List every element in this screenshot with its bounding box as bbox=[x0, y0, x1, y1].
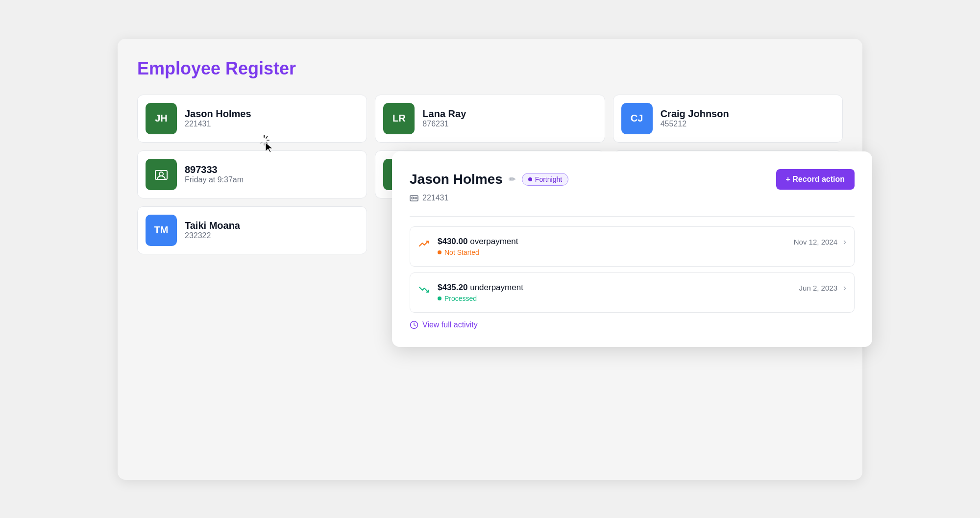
trend-down-icon bbox=[418, 284, 430, 298]
status-text-2: Processed bbox=[444, 295, 477, 302]
main-container: Employee Register JH Jason Holmes 221431… bbox=[118, 39, 862, 480]
view-full-activity-link[interactable]: View full activity bbox=[410, 321, 855, 329]
detail-panel: Jason Holmes ✏ Fortnight + Record action… bbox=[392, 151, 872, 347]
employee-name-jh: Jason Holmes bbox=[185, 108, 359, 120]
status-text-1: Not Started bbox=[444, 248, 479, 256]
divider-1 bbox=[410, 216, 855, 217]
activity-status-1: Not Started bbox=[438, 248, 518, 256]
page-title: Employee Register bbox=[137, 58, 843, 79]
badge-dot bbox=[528, 177, 532, 181]
status-dot-green bbox=[438, 296, 441, 300]
activity-item-overpayment[interactable]: $430.00 overpayment Not Started Nov 12, … bbox=[410, 226, 855, 267]
employee-card-jason-holmes[interactable]: JH Jason Holmes 221431 bbox=[137, 95, 367, 143]
activity-amount-1: $430.00 overpayment bbox=[438, 237, 518, 247]
fortnight-badge: Fortnight bbox=[522, 173, 568, 186]
chevron-right-icon-2: › bbox=[843, 283, 846, 293]
employee-grid-row1: JH Jason Holmes 221431 LR Lana Ray 87623… bbox=[137, 95, 843, 143]
employee-id-icon bbox=[410, 194, 418, 203]
view-activity-label: View full activity bbox=[422, 321, 478, 329]
edit-icon[interactable]: ✏ bbox=[509, 174, 516, 185]
activity-status-2: Processed bbox=[438, 295, 523, 302]
employee-info-897333: 897333 Friday at 9:37am bbox=[185, 164, 359, 184]
activity-date-1: Nov 12, 2024 bbox=[794, 238, 837, 246]
activity-right-1: Nov 12, 2024 › bbox=[794, 237, 846, 247]
record-action-button[interactable]: + Record action bbox=[776, 169, 855, 190]
activity-left-2: $435.20 underpayment Processed bbox=[418, 283, 523, 302]
employee-info-lr: Lana Ray 876231 bbox=[422, 108, 596, 128]
activity-item-underpayment[interactable]: $435.20 underpayment Processed Jun 2, 20… bbox=[410, 272, 855, 313]
badge-label: Fortnight bbox=[535, 175, 562, 183]
chevron-right-icon-1: › bbox=[843, 237, 846, 247]
activity-amount-2: $435.20 underpayment bbox=[438, 283, 523, 293]
activity-date-2: Jun 2, 2023 bbox=[799, 284, 837, 292]
activity-details-1: $430.00 overpayment Not Started bbox=[438, 237, 518, 256]
employee-name-lr: Lana Ray bbox=[422, 108, 596, 120]
activity-left-1: $430.00 overpayment Not Started bbox=[418, 237, 518, 256]
avatar-cj: CJ bbox=[621, 103, 653, 134]
detail-id-row: 221431 bbox=[410, 194, 855, 203]
svg-point-9 bbox=[412, 197, 414, 199]
svg-point-1 bbox=[159, 172, 163, 176]
employee-id-897333: 897333 bbox=[185, 164, 359, 175]
detail-header: Jason Holmes ✏ Fortnight + Record action bbox=[410, 169, 855, 190]
employee-info-tm: Taiki Moana 232322 bbox=[185, 220, 359, 240]
employee-sublabel-897333: Friday at 9:37am bbox=[185, 175, 359, 184]
employee-id-cj: 455212 bbox=[661, 120, 834, 128]
activity-right-2: Jun 2, 2023 › bbox=[799, 283, 846, 293]
employee-info-jh: Jason Holmes 221431 bbox=[185, 108, 359, 128]
employee-id-tm: 232322 bbox=[185, 231, 359, 240]
avatar-lr: LR bbox=[383, 103, 415, 134]
employee-id-jh: 221431 bbox=[185, 120, 359, 128]
avatar-contacts-icon bbox=[146, 159, 177, 190]
employee-name-cj: Craig Johnson bbox=[661, 108, 834, 120]
detail-name-row: Jason Holmes ✏ Fortnight bbox=[410, 172, 568, 187]
employee-info-cj: Craig Johnson 455212 bbox=[661, 108, 834, 128]
detail-employee-name: Jason Holmes bbox=[410, 172, 503, 187]
status-dot-orange bbox=[438, 250, 441, 254]
employee-card-lana-ray[interactable]: LR Lana Ray 876231 bbox=[375, 95, 605, 143]
clock-icon bbox=[410, 321, 418, 329]
employee-card-craig-johnson[interactable]: CJ Craig Johnson 455212 bbox=[613, 95, 843, 143]
activity-details-2: $435.20 underpayment Processed bbox=[438, 283, 523, 302]
employee-card-taiki-moana[interactable]: TM Taiki Moana 232322 bbox=[137, 206, 367, 254]
avatar-tm: TM bbox=[146, 215, 177, 246]
detail-employee-id: 221431 bbox=[422, 194, 448, 202]
employee-id-lr: 876231 bbox=[422, 120, 596, 128]
employee-card-897333[interactable]: 897333 Friday at 9:37am bbox=[137, 150, 367, 198]
trend-up-icon bbox=[418, 238, 430, 252]
avatar-jh: JH bbox=[146, 103, 177, 134]
employee-name-tm: Taiki Moana bbox=[185, 220, 359, 231]
